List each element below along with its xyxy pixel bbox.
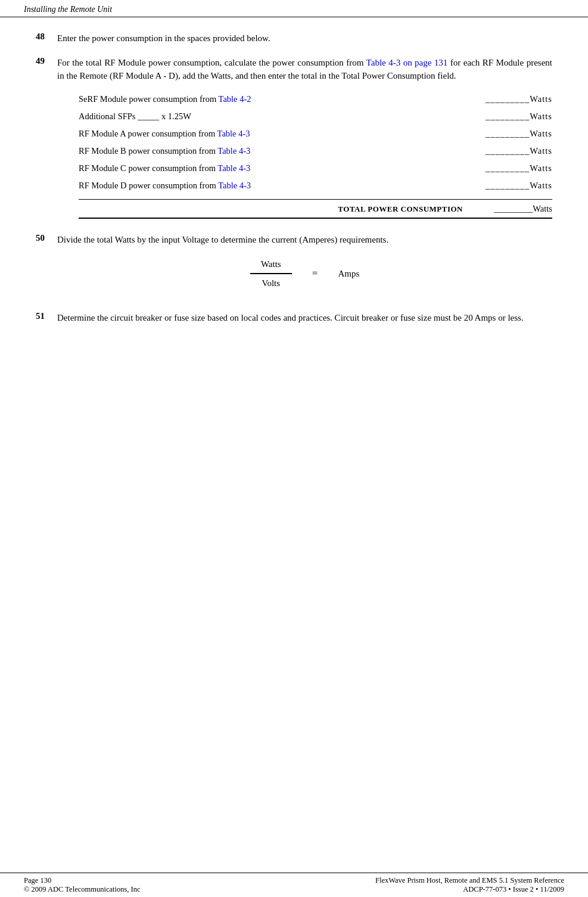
power-row-serf: SeRF Module power consumption from Table… bbox=[79, 92, 552, 106]
step-51-number: 51 bbox=[36, 311, 57, 321]
power-label-serf: SeRF Module power consumption from Table… bbox=[79, 92, 481, 106]
table-link-131[interactable]: Table 4-3 on page 131 bbox=[366, 58, 448, 67]
footer-right: FlexWave Prism Host, Remote and EMS 5.1 … bbox=[375, 876, 564, 894]
table-4-3-link-a[interactable]: Table 4-3 bbox=[217, 129, 250, 138]
step-48-content: Enter the power consumption in the space… bbox=[57, 32, 552, 45]
table-4-3-link-b[interactable]: Table 4-3 bbox=[217, 146, 250, 156]
header-title: Installing the Remote Unit bbox=[24, 5, 112, 14]
power-items: SeRF Module power consumption from Table… bbox=[79, 92, 552, 219]
page-footer: Page 130 © 2009 ADC Telecommunications, … bbox=[0, 873, 588, 897]
table-4-2-link[interactable]: Table 4-2 bbox=[219, 94, 251, 104]
step-49-number: 49 bbox=[36, 56, 57, 66]
table-4-3-link-d[interactable]: Table 4-3 bbox=[218, 181, 251, 190]
total-label: TOTAL POWER CONSUMPTION bbox=[79, 203, 481, 215]
page-content: 48 Enter the power consumption in the sp… bbox=[0, 17, 588, 873]
power-row-rfa: RF Module A power consumption from Table… bbox=[79, 127, 552, 141]
power-blank-rfc: _________Watts bbox=[481, 162, 552, 175]
amps-label: Amps bbox=[338, 267, 359, 281]
power-blank-serf: _________Watts bbox=[481, 92, 552, 106]
equals-sign: = bbox=[312, 266, 318, 281]
power-blank-sfps: _________Watts bbox=[481, 110, 552, 123]
total-blank: _________Watts bbox=[481, 203, 552, 216]
power-label-rfa: RF Module A power consumption from Table… bbox=[79, 127, 481, 141]
step-51-content: Determine the circuit breaker or fuse si… bbox=[57, 311, 552, 325]
power-row-sfps: Additional SFPs _____ x 1.25W _________W… bbox=[79, 110, 552, 123]
power-row-rfc: RF Module C power consumption from Table… bbox=[79, 162, 552, 175]
fraction-numerator: Watts bbox=[261, 257, 281, 272]
step-48-number: 48 bbox=[36, 32, 57, 42]
power-blank-rfb: _________Watts bbox=[481, 144, 552, 158]
page-header: Installing the Remote Unit bbox=[0, 0, 588, 17]
power-blank-rfa: _________Watts bbox=[481, 127, 552, 141]
fraction-denominator: Volts bbox=[262, 275, 280, 290]
total-section: TOTAL POWER CONSUMPTION _________Watts bbox=[79, 199, 552, 219]
power-label-rfc: RF Module C power consumption from Table… bbox=[79, 162, 481, 175]
step-51: 51 Determine the circuit breaker or fuse… bbox=[36, 311, 552, 325]
footer-left: Page 130 © 2009 ADC Telecommunications, … bbox=[24, 876, 141, 894]
power-label-rfd: RF Module D power consumption from Table… bbox=[79, 179, 481, 193]
power-row-rfb: RF Module B power consumption from Table… bbox=[79, 144, 552, 158]
formula-section: Watts Volts = Amps bbox=[57, 257, 552, 290]
fraction: Watts Volts bbox=[250, 257, 292, 290]
step-50-content: Divide the total Watts by the input Volt… bbox=[57, 233, 552, 300]
step-48: 48 Enter the power consumption in the sp… bbox=[36, 32, 552, 45]
power-label-rfb: RF Module B power consumption from Table… bbox=[79, 144, 481, 158]
step-49-content: For the total RF Module power consumptio… bbox=[57, 56, 552, 219]
step-50: 50 Divide the total Watts by the input V… bbox=[36, 233, 552, 300]
table-4-3-link-c[interactable]: Table 4-3 bbox=[217, 163, 250, 173]
step-50-number: 50 bbox=[36, 233, 57, 243]
step-49: 49 For the total RF Module power consump… bbox=[36, 56, 552, 219]
power-row-rfd: RF Module D power consumption from Table… bbox=[79, 179, 552, 193]
power-label-sfps: Additional SFPs _____ x 1.25W bbox=[79, 110, 481, 123]
power-blank-rfd: _________Watts bbox=[481, 179, 552, 193]
fraction-line bbox=[250, 273, 292, 274]
